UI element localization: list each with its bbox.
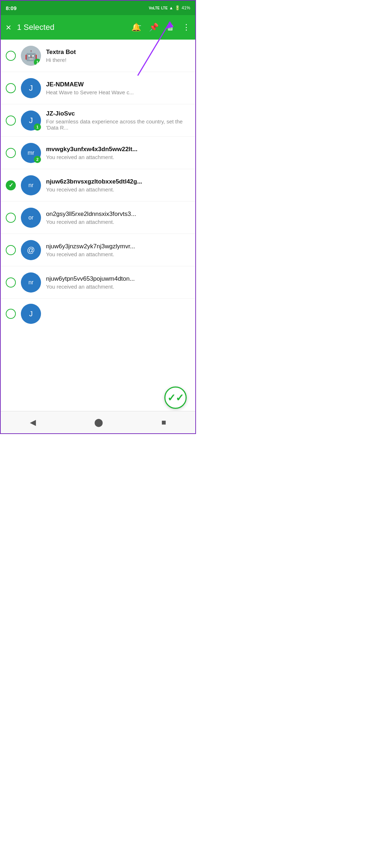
- contact-preview: You received an attachment.: [46, 251, 190, 257]
- volte-icon: VoLTE: [149, 6, 160, 10]
- contact-name: JE-NDMAEW: [46, 81, 190, 88]
- list-item[interactable]: oron2gsy3ll5rxe2ldnnsxix3forvts3...You r…: [1, 202, 195, 234]
- item-content: mvwgky3unfxw4x3dn5ww22lt...You received …: [46, 146, 190, 160]
- list-item[interactable]: @njuw6y3jnzsw2yk7nj3wgzlymvr...You recei…: [1, 234, 195, 266]
- checkbox[interactable]: [6, 245, 16, 255]
- contact-name: njuw6y3jnzsw2yk7nj3wgzlymvr...: [46, 243, 190, 250]
- checkbox[interactable]: [6, 83, 16, 93]
- item-content: JZ-JioSvcFor seamless data experience ac…: [46, 110, 190, 131]
- contact-name: JZ-JioSvc: [46, 110, 190, 117]
- contact-preview: For seamless data experience across the …: [46, 118, 190, 131]
- status-icons: VoLTE LTE ▲ 🔋 41%: [149, 5, 190, 10]
- checkbox[interactable]: [6, 277, 16, 288]
- more-options-icon[interactable]: ⋮: [182, 23, 190, 32]
- battery-percent: 41%: [182, 5, 190, 10]
- contact-preview: You received an attachment.: [46, 219, 190, 225]
- avatar: nr: [21, 272, 41, 293]
- item-content: njuw6ytpn5vv653pojuwm4dton...You receive…: [46, 275, 190, 290]
- avatar: J: [21, 78, 41, 98]
- contact-name: on2gsy3ll5rxe2ldnnsxix3forvts3...: [46, 211, 190, 218]
- action-bar: × 1 Selected 🔔̶ 📌 🗑 ⋮: [1, 15, 195, 40]
- item-content: on2gsy3ll5rxe2ldnnsxix3forvts3...You rec…: [46, 211, 190, 225]
- list-item-partial: J: [1, 299, 195, 329]
- pin-icon[interactable]: 📌: [149, 23, 159, 32]
- mute-icon[interactable]: 🔔̶: [131, 22, 141, 32]
- contact-list: 🤖1Textra BotHi there!JJE-NDMAEWHeat Wave…: [1, 40, 195, 329]
- item-content: njuw6y3jnzsw2yk7nj3wgzlymvr...You receiv…: [46, 243, 190, 257]
- list-item[interactable]: nrnjuw6ytpn5vv653pojuwm4dton...You recei…: [1, 266, 195, 299]
- signal-icon: ▲: [169, 5, 173, 10]
- list-item[interactable]: 🤖1Textra BotHi there!: [1, 40, 195, 72]
- selected-count-label: 1 Selected: [17, 23, 126, 32]
- contact-name: mvwgky3unfxw4x3dn5ww22lt...: [46, 146, 190, 153]
- avatar: mr2: [21, 143, 41, 163]
- avatar: J: [21, 304, 41, 324]
- avatar: nr: [21, 175, 41, 195]
- home-button[interactable]: ⬤: [94, 418, 103, 427]
- lte-icon: LTE: [161, 6, 168, 10]
- contact-name: njuw6z3bnvsxgzltobxxe5dtl42g...: [46, 178, 190, 185]
- contact-name: njuw6ytpn5vv653pojuwm4dton...: [46, 275, 190, 282]
- contact-preview: Hi there!: [46, 57, 190, 63]
- avatar: or: [21, 208, 41, 228]
- list-item[interactable]: J1JZ-JioSvcFor seamless data experience …: [1, 104, 195, 137]
- contact-preview: Heat Wave to Severe Heat Wave c...: [46, 89, 190, 95]
- action-icons: 🔔̶ 📌 🗑 ⋮: [131, 22, 190, 32]
- item-content: Textra BotHi there!: [46, 49, 190, 63]
- contact-preview: You received an attachment.: [46, 284, 190, 290]
- status-time: 8:09: [6, 5, 17, 11]
- contact-preview: You received an attachment.: [46, 154, 190, 160]
- close-button[interactable]: ×: [6, 22, 11, 33]
- status-bar: 8:09 VoLTE LTE ▲ 🔋 41%: [1, 1, 195, 15]
- avatar: @: [21, 240, 41, 260]
- contact-name: Textra Bot: [46, 49, 190, 56]
- back-button[interactable]: ◀: [30, 418, 36, 427]
- checkbox[interactable]: [6, 180, 16, 190]
- recents-button[interactable]: ■: [161, 418, 166, 427]
- double-check-icon: ✓✓: [167, 392, 184, 404]
- list-item[interactable]: mr2mvwgky3unfxw4x3dn5ww22lt...You receiv…: [1, 137, 195, 169]
- checkbox[interactable]: [6, 51, 16, 61]
- select-all-fab[interactable]: ✓✓: [164, 386, 187, 409]
- list-item[interactable]: nrnjuw6z3bnvsxgzltobxxe5dtl42g...You rec…: [1, 169, 195, 202]
- contact-preview: You received an attachment.: [46, 186, 190, 193]
- delete-icon[interactable]: 🗑: [167, 23, 174, 32]
- bottom-nav: ◀ ⬤ ■: [1, 411, 195, 433]
- checkbox[interactable]: [6, 309, 16, 319]
- list-item[interactable]: JJE-NDMAEWHeat Wave to Severe Heat Wave …: [1, 72, 195, 104]
- avatar: 🤖1: [21, 46, 41, 66]
- battery-icon: 🔋: [175, 5, 180, 10]
- checkbox[interactable]: [6, 116, 16, 126]
- avatar: J1: [21, 110, 41, 131]
- checkbox[interactable]: [6, 213, 16, 223]
- checkbox[interactable]: [6, 148, 16, 158]
- item-content: JE-NDMAEWHeat Wave to Severe Heat Wave c…: [46, 81, 190, 95]
- item-content: njuw6z3bnvsxgzltobxxe5dtl42g...You recei…: [46, 178, 190, 193]
